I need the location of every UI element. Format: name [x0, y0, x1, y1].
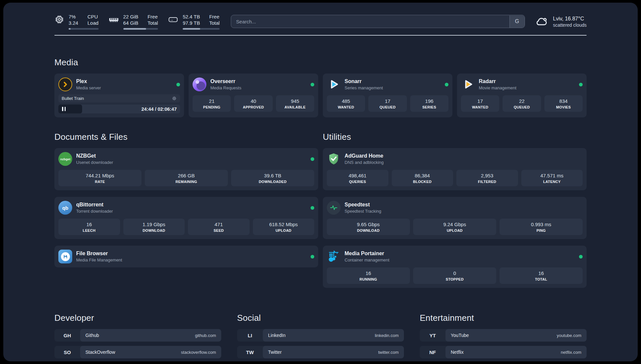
- bookmark-linkedin[interactable]: LI LinkedIn linkedin.com: [237, 329, 404, 342]
- bookmark-netflix[interactable]: NF Netflix netflix.com: [420, 346, 587, 358]
- overseerr-icon: [193, 77, 206, 91]
- bookmark-youtube[interactable]: YT YouTube youtube.com: [420, 329, 587, 342]
- session-icon: [172, 96, 177, 101]
- service-card-overseerr[interactable]: Overseerr Media Requests 21 PENDING 40 A…: [189, 74, 318, 117]
- service-description: DNS and adblocking: [345, 160, 384, 165]
- bookmark-github[interactable]: GH Github github.com: [54, 329, 221, 342]
- service-card-nzbget[interactable]: nzbget NZBGet Usenet downloader 744.21 M…: [54, 148, 318, 190]
- service-description: Media File Management: [76, 257, 122, 263]
- service-name: qBittorrent: [76, 201, 113, 208]
- service-description: Speedtest Tracking: [345, 208, 381, 214]
- disk-progress-bar: [183, 28, 220, 30]
- service-description: Torrent downloader: [76, 208, 113, 214]
- cpu-usage-label: CPU: [87, 14, 98, 20]
- bookmark-url: stackoverflow.com: [181, 350, 216, 355]
- bookmark-url: netflix.com: [561, 350, 581, 355]
- stat-latency: 47.571 ms LATENCY: [521, 170, 583, 186]
- dashboard: 7% 3.24 CPU Load: [3, 3, 638, 361]
- bookmark-abbr: LI: [237, 329, 263, 342]
- stat-remaining: 266 GB REMAINING: [145, 170, 228, 186]
- service-description: Movie management: [479, 85, 516, 91]
- stat-downloaded: 39.6 TB DOWNLOADED: [231, 170, 314, 186]
- cpu-usage-value: 7%: [69, 14, 78, 20]
- service-description: Media Requests: [210, 85, 241, 91]
- now-playing-row: Bullet Train: [58, 94, 180, 103]
- service-name: File Browser: [76, 250, 122, 257]
- bookmark-twitter[interactable]: TW Twitter twitter.com: [237, 346, 404, 358]
- service-card-radarr[interactable]: Radarr Movie management 17 WANTED 22 QUE…: [457, 74, 587, 117]
- bookmark-group-entertainment: Entertainment YT YouTube youtube.com NF …: [420, 313, 587, 361]
- now-playing-title: Bullet Train: [62, 96, 84, 101]
- service-name: Sonarr: [345, 78, 383, 85]
- section-media: Media Plex Media server: [54, 57, 587, 117]
- section-title-utilities: Utilities: [323, 132, 587, 142]
- stat-leech: 16 LEECH: [58, 219, 120, 235]
- stat-upload: 618.52 Mbps UPLOAD: [253, 219, 315, 235]
- stat-queued: 17 QUEUED: [368, 95, 407, 112]
- filebrowser-icon: [58, 250, 72, 263]
- bookmark-abbr: YT: [420, 329, 445, 342]
- radarr-icon: [461, 77, 475, 91]
- service-card-filebrowser[interactable]: File Browser Media File Management: [54, 246, 318, 267]
- service-card-sonarr[interactable]: Sonarr Series management 485 WANTED 17 Q…: [323, 74, 452, 117]
- bookmark-name: Twitter: [268, 349, 282, 355]
- disk-total-label: Total: [209, 20, 220, 26]
- top-bar: 7% 3.24 CPU Load: [54, 3, 587, 30]
- stat-upload: 9.24 Gbps UPLOAD: [413, 219, 496, 235]
- status-dot: [445, 83, 448, 86]
- stat-filtered: 2,953 FILTERED: [456, 170, 518, 186]
- pause-icon[interactable]: [62, 107, 66, 111]
- weather-condition: scattered clouds: [553, 22, 587, 28]
- service-name: Plex: [76, 78, 101, 85]
- section-title-entertainment: Entertainment: [420, 313, 587, 323]
- bookmark-abbr: TW: [237, 346, 263, 358]
- service-card-portainer[interactable]: Media Portainer Container management 16 …: [323, 246, 587, 288]
- stat-rate: 744.21 Mbps RATE: [58, 170, 141, 186]
- status-dot: [311, 83, 314, 86]
- cpu-widget: 7% 3.24 CPU Load: [54, 14, 99, 30]
- service-description: Container management: [345, 257, 389, 263]
- status-dot: [311, 157, 314, 161]
- service-card-qbittorrent[interactable]: qb qBittorrent Torrent downloader 16 LEE…: [54, 197, 318, 239]
- search-bar: G: [231, 15, 525, 28]
- section-utilities: Utilities: [323, 132, 587, 294]
- service-description: Usenet downloader: [76, 160, 113, 165]
- stat-queued: 22 QUEUED: [503, 95, 541, 112]
- bookmark-url: youtube.com: [557, 333, 581, 338]
- bookmark-url: twitter.com: [378, 350, 399, 355]
- stat-wanted: 17 WANTED: [461, 95, 499, 112]
- adguard-icon: [327, 152, 341, 166]
- service-name: NZBGet: [76, 153, 113, 159]
- playback-time: 24:44 / 02:06:47: [141, 105, 177, 113]
- stat-wanted: 485 WANTED: [327, 95, 365, 112]
- service-description: Series management: [345, 85, 383, 91]
- service-name: Overseerr: [210, 78, 241, 85]
- stat-queries: 498,461 QUERIES: [327, 170, 388, 186]
- section-title-developer: Developer: [54, 313, 221, 323]
- cpu-load-value: 3.24: [69, 20, 78, 26]
- weather-location-temp: Lviv, 16.87°C: [553, 15, 587, 22]
- stat-running: 16 RUNNING: [327, 267, 410, 284]
- portainer-icon: [327, 250, 341, 263]
- service-card-speedtest[interactable]: Speedtest Speedtest Tracking 9.65 Gbps D…: [323, 197, 587, 239]
- plex-icon: [58, 77, 72, 91]
- disk-free-value: 52.4 TB: [183, 14, 200, 20]
- disk-icon: [168, 15, 178, 24]
- bookmark-name: StackOverflow: [85, 349, 115, 355]
- section-documents: Documents & Files nzbget NZBGet Usenet d…: [54, 132, 318, 294]
- memory-icon: [108, 15, 119, 24]
- search-input[interactable]: [231, 15, 525, 28]
- service-card-plex[interactable]: Plex Media server Bullet Train: [54, 74, 184, 117]
- bookmark-name: Github: [85, 333, 99, 338]
- nzbget-icon: nzbget: [58, 152, 72, 166]
- bookmark-name: LinkedIn: [268, 333, 286, 338]
- section-title-social: Social: [237, 313, 404, 323]
- memory-free-value: 22 GiB: [123, 14, 138, 20]
- memory-progress-bar: [123, 28, 158, 30]
- bookmark-stackoverflow[interactable]: SO StackOverflow stackoverflow.com: [54, 346, 221, 358]
- service-card-adguard[interactable]: AdGuard Home DNS and adblocking 498,461 …: [323, 148, 587, 190]
- disk-free-label: Free: [209, 14, 220, 20]
- speedtest-icon: [327, 201, 341, 215]
- search-provider-button[interactable]: G: [509, 15, 525, 28]
- section-title-documents: Documents & Files: [54, 132, 318, 142]
